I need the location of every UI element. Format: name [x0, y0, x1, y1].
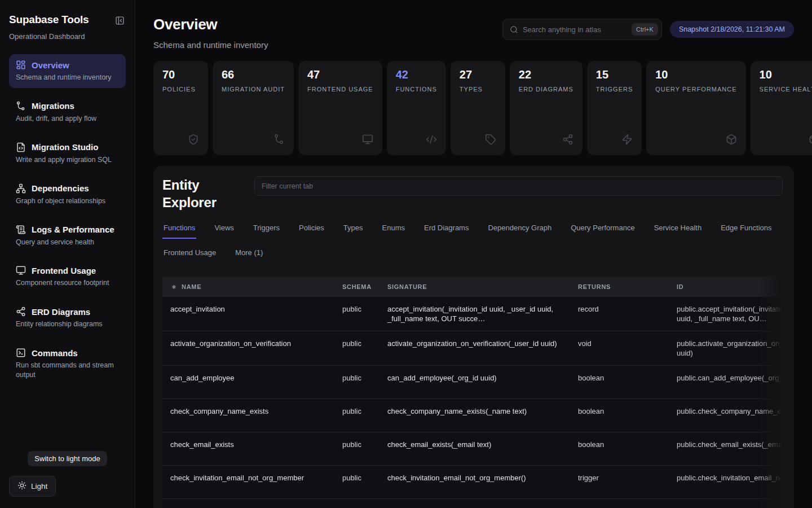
- table-row-check-email-exists[interactable]: check_email_existspubliccheck_email_exis…: [162, 432, 783, 466]
- column-header-label: SIGNATURE: [387, 283, 427, 290]
- stat-value: 70: [162, 68, 199, 81]
- snapshot-badge: Snapshot 2/18/2026, 11:21:30 AM: [670, 21, 794, 38]
- sidebar-item-erd-diagrams[interactable]: ERD DiagramsEntity relationship diagrams: [9, 301, 126, 335]
- tab-edge-functions[interactable]: Edge Functions: [720, 224, 773, 239]
- tab-query-performance[interactable]: Query Performance: [570, 224, 636, 239]
- column-header-label: NAME: [182, 283, 201, 290]
- cell-returns: boolean: [570, 432, 669, 466]
- stat-label: QUERY PERFORMANCE: [655, 86, 736, 93]
- stat-card-query-performance[interactable]: 10QUERY PERFORMANCE: [646, 61, 745, 155]
- cell-signature: check_email_exists(_email text): [379, 432, 570, 466]
- sidebar-item-dependencies[interactable]: DependenciesGraph of object relationship…: [9, 178, 126, 212]
- table-row-accept-invitation[interactable]: accept_invitationpublicaccept_invitation…: [162, 297, 783, 331]
- sun-icon: [17, 481, 27, 492]
- sidebar-item-migration-studio[interactable]: Migration StudioWrite and apply migratio…: [9, 137, 126, 170]
- sidebar-item-frontend-usage[interactable]: Frontend UsageComponent resource footpri…: [9, 260, 126, 294]
- sidebar-footer: Switch to light mode Light: [9, 451, 126, 497]
- network-icon: [16, 183, 26, 194]
- table-row-check-promo-code[interactable]: check_promo_codepubliccheck_promo_code(_…: [162, 499, 783, 508]
- monitor-icon: [16, 265, 26, 275]
- sidebar-item-label: Migration Studio: [32, 142, 98, 152]
- sidebar-header: Supabase Tools: [9, 14, 126, 28]
- tag-icon: [485, 134, 496, 145]
- app-subtitle: Operational Dashboard: [9, 32, 126, 41]
- cell-signature: accept_invitation(_invitation_id uuid, _…: [379, 297, 570, 331]
- column-header-schema: SCHEMA: [334, 277, 379, 297]
- column-header-name: NAME: [162, 277, 334, 297]
- tab-more-1[interactable]: More (1): [234, 248, 264, 264]
- stat-card-service-health[interactable]: 10SERVICE HEALTH: [751, 61, 812, 155]
- stat-card-triggers[interactable]: 15TRIGGERS: [587, 61, 642, 155]
- sidebar-item-logs-performance[interactable]: Logs & PerformanceQuery and service heal…: [9, 219, 126, 253]
- tab-functions[interactable]: Functions: [162, 224, 196, 239]
- sidebar-item-migrations[interactable]: MigrationsAudit, drift, and apply flow: [9, 95, 126, 129]
- sidebar-item-commands[interactable]: CommandsRun sbt commands and stream outp…: [9, 342, 126, 386]
- table-row-check-invitation-email-not-org-member[interactable]: check_invitation_email_not_org_memberpub…: [162, 466, 783, 499]
- cell-returns: record: [570, 297, 669, 331]
- stat-card-erd-diagrams[interactable]: 22ERD DIAGRAMS: [510, 61, 582, 155]
- cell-id: public.check_invitation_email_not_org_me…: [669, 466, 783, 499]
- tab-frontend-usage[interactable]: Frontend Usage: [162, 248, 217, 264]
- zap-icon: [621, 134, 633, 145]
- cell-signature: can_add_employee(_org_id uuid): [379, 366, 570, 399]
- filter-input[interactable]: [254, 176, 783, 196]
- tab-views[interactable]: Views: [213, 224, 235, 239]
- sidebar-collapse-button[interactable]: [114, 15, 126, 28]
- stat-value: 10: [655, 68, 736, 81]
- cell-signature: check_promo_code(_code text): [379, 499, 570, 508]
- panel-left-close-icon: [115, 19, 125, 27]
- cell-returns: void: [570, 331, 669, 366]
- tab-types[interactable]: Types: [342, 224, 364, 239]
- sidebar-item-label: Frontend Usage: [32, 266, 96, 275]
- cell-id: public.accept_invitation(_invitation_id …: [669, 297, 783, 331]
- scroll-text-icon: [16, 225, 26, 235]
- search-box[interactable]: Ctrl+K: [502, 19, 662, 40]
- search-input[interactable]: [523, 25, 627, 34]
- tab-erd-diagrams[interactable]: Erd Diagrams: [423, 224, 470, 239]
- git-branch-icon: [273, 134, 285, 145]
- column-header-returns: RETURNS: [570, 277, 669, 297]
- git-branch-icon: [16, 101, 26, 111]
- cell-schema: public: [334, 399, 379, 432]
- sidebar-item-description: Entity relationship diagrams: [16, 319, 119, 329]
- theme-toggle-button[interactable]: Light: [9, 476, 56, 497]
- stat-label: SERVICE HEALTH: [760, 86, 812, 93]
- table-row-check-company-name-exists[interactable]: check_company_name_existspubliccheck_com…: [162, 399, 783, 432]
- table-row-activate-organization-on-verification[interactable]: activate_organization_on_verificationpub…: [162, 331, 783, 366]
- tab-dependency-graph[interactable]: Dependency Graph: [487, 224, 553, 239]
- stat-card-migration-audit[interactable]: 66MIGRATION AUDIT: [213, 61, 294, 155]
- stat-card-policies[interactable]: 70POLICIES: [153, 61, 208, 155]
- share-2-icon: [16, 306, 26, 317]
- tab-policies[interactable]: Policies: [298, 224, 325, 239]
- stat-value: 27: [460, 68, 496, 81]
- entity-table-container: NAMESCHEMASIGNATURERETURNSID accept_invi…: [162, 277, 783, 508]
- sidebar-item-description: Component resource footprint: [16, 278, 119, 288]
- shield-check-icon: [188, 134, 199, 145]
- sidebar-item-overview[interactable]: OverviewSchema and runtime inventory: [9, 54, 126, 88]
- stat-card-frontend-usage[interactable]: 47FRONTEND USAGE: [298, 61, 382, 155]
- entity-table: NAMESCHEMASIGNATURERETURNSID accept_invi…: [162, 277, 783, 508]
- tab-triggers[interactable]: Triggers: [252, 224, 281, 239]
- cell-name: check_invitation_email_not_org_member: [162, 466, 334, 499]
- layout-dashboard-icon: [16, 60, 26, 70]
- cell-name: check_company_name_exists: [162, 399, 334, 432]
- stat-card-functions[interactable]: 42FUNCTIONS: [387, 61, 446, 155]
- sidebar-item-description: Run sbt commands and stream output: [16, 361, 119, 380]
- cell-id: public.activate_organization_on_verifica…: [669, 331, 783, 366]
- entity-explorer-panel: Entity Explorer FunctionsViewsTriggersPo…: [153, 166, 794, 508]
- file-code-icon: [16, 142, 26, 152]
- theme-toggle-label: Light: [31, 482, 47, 491]
- stat-value: 10: [760, 68, 812, 81]
- stat-label: TYPES: [460, 86, 496, 93]
- stat-card-types[interactable]: 27TYPES: [451, 61, 505, 155]
- stat-label: MIGRATION AUDIT: [222, 86, 285, 93]
- page-header: Overview Schema and runtime inventory Ct…: [153, 16, 794, 50]
- tab-service-health[interactable]: Service Health: [653, 224, 703, 239]
- tab-enums[interactable]: Enums: [381, 224, 406, 239]
- sidebar-item-label: Dependencies: [32, 183, 89, 193]
- page-title: Overview: [153, 16, 268, 33]
- cell-id: public.check_email_exists(_email text): [669, 432, 783, 466]
- stat-cards-row: 70POLICIES66MIGRATION AUDIT47FRONTEND US…: [153, 61, 812, 155]
- table-row-can-add-employee[interactable]: can_add_employeepubliccan_add_employee(_…: [162, 366, 783, 399]
- cell-id: public.can_add_employee(_org_id uuid): [669, 366, 783, 399]
